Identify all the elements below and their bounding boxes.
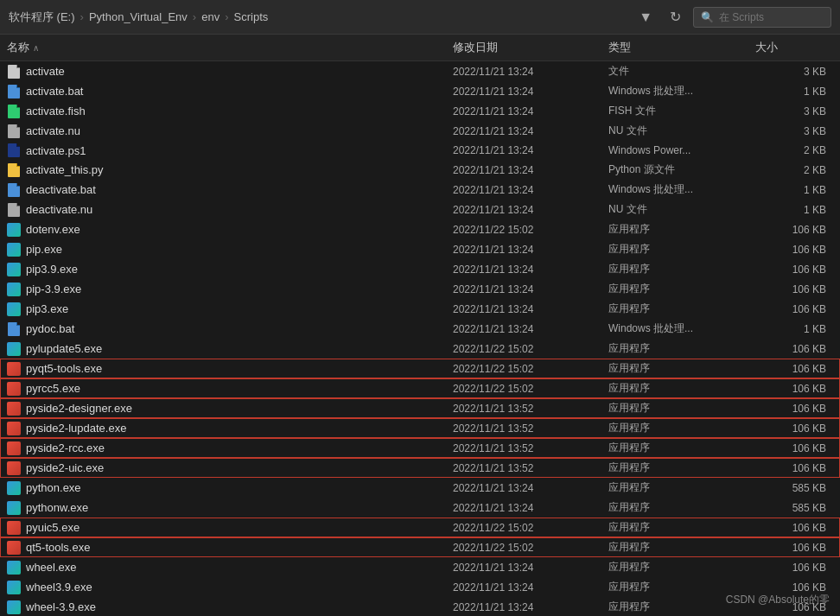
col-header-name[interactable]: 名称 ∧ [7, 40, 453, 55]
file-name: pydoc.bat [26, 322, 74, 335]
table-row[interactable]: activate.nu2022/11/21 13:24NU 文件3 KB [0, 121, 840, 141]
file-name-cell: wheel3.9.exe [7, 581, 453, 594]
file-icon [7, 302, 21, 316]
file-name: activate.nu [26, 124, 80, 137]
table-row[interactable]: activate.bat2022/11/21 13:24Windows 批处理.… [0, 81, 840, 101]
table-row[interactable]: deactivate.nu2022/11/21 13:24NU 文件1 KB [0, 200, 840, 219]
file-name-cell: pyside2-uic.exe [7, 461, 453, 475]
file-size: 106 KB [755, 581, 833, 594]
file-name-cell: pip3.9.exe [7, 263, 453, 276]
file-name-cell: activate_this.py [7, 163, 453, 177]
file-size: 106 KB [755, 542, 833, 554]
file-name: pyside2-designer.exe [26, 402, 132, 415]
table-row[interactable]: pythonw.exe2022/11/21 13:24应用程序585 KB [0, 498, 840, 518]
file-type: Windows 批处理... [608, 321, 755, 336]
table-row[interactable]: wheel.exe2022/11/21 13:24应用程序106 KB [0, 557, 840, 577]
file-icon [7, 541, 21, 555]
refresh-button[interactable]: ↻ [665, 5, 686, 29]
file-name: pyside2-rcc.exe [26, 441, 105, 454]
file-name-cell: pythonw.exe [7, 501, 453, 515]
file-type: 应用程序 [608, 500, 755, 515]
breadcrumb-scripts[interactable]: Scripts [234, 10, 269, 23]
file-size: 1 KB [755, 86, 833, 98]
file-icon [7, 342, 21, 356]
file-name: python.exe [26, 481, 81, 494]
col-header-size[interactable]: 大小 [755, 40, 833, 55]
table-row[interactable]: pydoc.bat2022/11/21 13:24Windows 批处理...1… [0, 319, 840, 339]
file-icon [7, 322, 21, 336]
file-size: 106 KB [755, 383, 833, 395]
file-icon [7, 441, 21, 455]
file-type: NU 文件 [608, 124, 755, 138]
dropdown-button[interactable]: ▼ [633, 6, 658, 29]
table-row[interactable]: wheel3.9.exe2022/11/21 13:24应用程序106 KB [0, 577, 840, 597]
table-row[interactable]: pyside2-lupdate.exe2022/11/21 13:52应用程序1… [0, 418, 840, 438]
file-size: 106 KB [755, 422, 833, 435]
file-date: 2022/11/21 13:24 [453, 244, 608, 256]
table-row[interactable]: pyside2-uic.exe2022/11/21 13:52应用程序106 K… [0, 458, 840, 478]
file-date: 2022/11/21 13:24 [453, 144, 608, 156]
col-header-date[interactable]: 修改日期 [453, 40, 608, 55]
file-date: 2022/11/21 13:24 [453, 66, 608, 78]
file-type: 应用程序 [608, 242, 755, 257]
file-date: 2022/11/21 13:52 [453, 422, 608, 435]
file-date: 2022/11/21 13:24 [453, 601, 608, 613]
table-row[interactable]: activate.ps12022/11/21 13:24Windows Powe… [0, 141, 840, 160]
table-row[interactable]: pip3.exe2022/11/21 13:24应用程序106 KB [0, 299, 840, 319]
breadcrumb-venv[interactable]: Python_Virtual_Env [89, 10, 188, 23]
file-icon [7, 143, 21, 157]
table-row[interactable]: pyuic5.exe2022/11/22 15:02应用程序106 KB [0, 518, 840, 537]
file-icon [7, 422, 21, 435]
breadcrumb-env[interactable]: env [201, 10, 220, 23]
table-row[interactable]: activate_this.py2022/11/21 13:24Python 源… [0, 160, 840, 180]
file-name: pyqt5-tools.exe [26, 362, 102, 375]
file-type: 应用程序 [608, 480, 755, 495]
file-size: 106 KB [755, 264, 833, 276]
file-icon [7, 402, 21, 416]
file-date: 2022/11/21 13:24 [453, 105, 608, 117]
file-name-cell: pyside2-lupdate.exe [7, 422, 453, 435]
table-row[interactable]: pylupdate5.exe2022/11/22 15:02应用程序106 KB [0, 339, 840, 359]
file-name: pyside2-uic.exe [26, 461, 104, 474]
table-row[interactable]: dotenv.exe2022/11/22 15:02应用程序106 KB [0, 219, 840, 239]
file-icon [7, 501, 21, 515]
file-name-cell: pip3.exe [7, 302, 453, 316]
table-row[interactable]: python.exe2022/11/21 13:24应用程序585 KB [0, 478, 840, 498]
table-row[interactable]: wheel-3.9.exe2022/11/21 13:24应用程序106 KB [0, 597, 840, 616]
table-row[interactable]: pip.exe2022/11/21 13:24应用程序106 KB [0, 239, 840, 259]
search-input[interactable] [719, 11, 823, 23]
file-name-cell: activate.bat [7, 85, 453, 98]
col-header-type[interactable]: 类型 [608, 40, 755, 55]
table-row[interactable]: pip3.9.exe2022/11/21 13:24应用程序106 KB [0, 259, 840, 279]
file-icon [7, 183, 21, 197]
file-name-cell: python.exe [7, 481, 453, 495]
table-row[interactable]: activate.fish2022/11/21 13:24FISH 文件3 KB [0, 101, 840, 121]
file-date: 2022/11/21 13:24 [453, 125, 608, 137]
table-row[interactable]: pyrcc5.exe2022/11/22 15:02应用程序106 KB [0, 378, 840, 398]
file-size: 106 KB [755, 562, 833, 574]
table-row[interactable]: pyqt5-tools.exe2022/11/22 15:02应用程序106 K… [0, 359, 840, 378]
file-date: 2022/11/21 13:24 [453, 303, 608, 315]
table-row[interactable]: pyside2-rcc.exe2022/11/21 13:52应用程序106 K… [0, 438, 840, 458]
table-row[interactable]: qt5-tools.exe2022/11/22 15:02应用程序106 KB [0, 537, 840, 557]
file-date: 2022/11/21 13:24 [453, 323, 608, 335]
breadcrumb-software[interactable]: 软件程序 (E:) [9, 10, 75, 25]
file-date: 2022/11/22 15:02 [453, 224, 608, 236]
file-type: 应用程序 [608, 381, 755, 396]
search-box[interactable]: 🔍 [693, 7, 831, 28]
file-icon [7, 283, 21, 296]
file-type: 应用程序 [608, 520, 755, 535]
file-name-cell: pyqt5-tools.exe [7, 362, 453, 376]
table-row[interactable]: deactivate.bat2022/11/21 13:24Windows 批处… [0, 180, 840, 200]
breadcrumb: 软件程序 (E:) › Python_Virtual_Env › env › S… [9, 10, 633, 25]
file-name-cell: pyside2-designer.exe [7, 402, 453, 416]
file-name: pythonw.exe [26, 501, 88, 514]
file-size: 1 KB [755, 204, 833, 216]
file-size: 2 KB [755, 144, 833, 156]
table-row[interactable]: activate2022/11/21 13:24文件3 KB [0, 61, 840, 81]
table-row[interactable]: pip-3.9.exe2022/11/21 13:24应用程序106 KB [0, 279, 840, 299]
file-name: activate.bat [26, 85, 84, 98]
file-icon [7, 263, 21, 276]
file-icon [7, 124, 21, 138]
table-row[interactable]: pyside2-designer.exe2022/11/21 13:52应用程序… [0, 398, 840, 418]
